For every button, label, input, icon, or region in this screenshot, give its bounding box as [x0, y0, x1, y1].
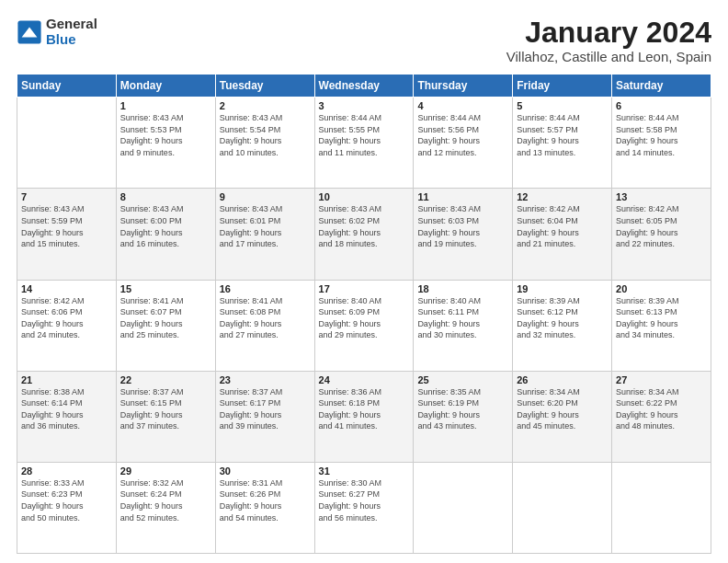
logo-general-text: General: [46, 17, 97, 32]
day-info: Sunrise: 8:30 AMSunset: 6:27 PMDaylight:…: [319, 477, 410, 523]
day-info: Sunrise: 8:31 AMSunset: 6:26 PMDaylight:…: [220, 477, 311, 523]
calendar-header: Sunday Monday Tuesday Wednesday Thursday…: [17, 75, 711, 98]
table-row: 27Sunrise: 8:34 AMSunset: 6:22 PMDayligh…: [612, 371, 711, 462]
day-info: Sunrise: 8:43 AMSunset: 6:03 PMDaylight:…: [417, 203, 508, 249]
table-row: 5Sunrise: 8:44 AMSunset: 5:57 PMDaylight…: [513, 98, 612, 189]
day-info: Sunrise: 8:44 AMSunset: 5:55 PMDaylight:…: [319, 112, 410, 158]
day-number: 28: [21, 465, 112, 477]
table-row: 14Sunrise: 8:42 AMSunset: 6:06 PMDayligh…: [17, 280, 117, 371]
day-info: Sunrise: 8:42 AMSunset: 6:05 PMDaylight:…: [616, 203, 707, 249]
day-info: Sunrise: 8:42 AMSunset: 6:04 PMDaylight:…: [517, 203, 608, 249]
calendar-title: January 2024: [506, 17, 711, 49]
day-info: Sunrise: 8:43 AMSunset: 5:59 PMDaylight:…: [21, 203, 112, 249]
table-row: 22Sunrise: 8:37 AMSunset: 6:15 PMDayligh…: [116, 371, 215, 462]
day-info: Sunrise: 8:44 AMSunset: 5:56 PMDaylight:…: [417, 112, 508, 158]
day-info: Sunrise: 8:40 AMSunset: 6:09 PMDaylight:…: [319, 295, 410, 341]
table-row: 24Sunrise: 8:36 AMSunset: 6:18 PMDayligh…: [314, 371, 414, 462]
logo-text: General Blue: [46, 17, 97, 47]
day-number: 26: [517, 374, 608, 385]
table-row: [612, 462, 711, 553]
page: General Blue January 2024 Villahoz, Cast…: [0, 0, 728, 563]
day-number: 13: [616, 191, 707, 202]
calendar-week-row: 7Sunrise: 8:43 AMSunset: 5:59 PMDaylight…: [17, 189, 711, 280]
day-info: Sunrise: 8:37 AMSunset: 6:15 PMDaylight:…: [120, 386, 211, 432]
table-row: 19Sunrise: 8:39 AMSunset: 6:12 PMDayligh…: [513, 280, 612, 371]
table-row: 25Sunrise: 8:35 AMSunset: 6:19 PMDayligh…: [414, 371, 513, 462]
day-number: 25: [417, 374, 508, 385]
table-row: 28Sunrise: 8:33 AMSunset: 6:23 PMDayligh…: [17, 462, 117, 553]
table-row: 6Sunrise: 8:44 AMSunset: 5:58 PMDaylight…: [612, 98, 711, 189]
calendar-body: 1Sunrise: 8:43 AMSunset: 5:53 PMDaylight…: [17, 98, 711, 554]
day-number: 29: [120, 465, 211, 477]
col-tuesday: Tuesday: [215, 75, 314, 98]
day-number: 7: [21, 191, 112, 202]
table-row: 15Sunrise: 8:41 AMSunset: 6:07 PMDayligh…: [116, 280, 215, 371]
day-number: 21: [21, 374, 112, 385]
day-number: 19: [517, 283, 608, 294]
day-number: 11: [417, 191, 508, 202]
day-number: 6: [616, 100, 707, 111]
day-info: Sunrise: 8:44 AMSunset: 5:58 PMDaylight:…: [616, 112, 707, 158]
col-saturday: Saturday: [612, 75, 711, 98]
table-row: [513, 462, 612, 553]
day-number: 27: [616, 374, 707, 385]
day-number: 3: [319, 100, 410, 111]
day-info: Sunrise: 8:39 AMSunset: 6:12 PMDaylight:…: [517, 295, 608, 341]
table-row: 4Sunrise: 8:44 AMSunset: 5:56 PMDaylight…: [414, 98, 513, 189]
table-row: [17, 98, 117, 189]
day-info: Sunrise: 8:43 AMSunset: 6:01 PMDaylight:…: [220, 203, 311, 249]
day-number: 2: [220, 100, 311, 111]
table-row: 1Sunrise: 8:43 AMSunset: 5:53 PMDaylight…: [116, 98, 215, 189]
logo-icon: [17, 19, 42, 45]
table-row: [414, 462, 513, 553]
table-row: 10Sunrise: 8:43 AMSunset: 6:02 PMDayligh…: [314, 189, 414, 280]
day-number: 16: [220, 283, 311, 294]
table-row: 17Sunrise: 8:40 AMSunset: 6:09 PMDayligh…: [314, 280, 414, 371]
header: General Blue January 2024 Villahoz, Cast…: [17, 17, 711, 64]
table-row: 7Sunrise: 8:43 AMSunset: 5:59 PMDaylight…: [17, 189, 117, 280]
day-info: Sunrise: 8:34 AMSunset: 6:22 PMDaylight:…: [616, 386, 707, 432]
logo: General Blue: [17, 17, 97, 47]
col-friday: Friday: [513, 75, 612, 98]
table-row: 29Sunrise: 8:32 AMSunset: 6:24 PMDayligh…: [116, 462, 215, 553]
day-info: Sunrise: 8:43 AMSunset: 5:54 PMDaylight:…: [220, 112, 311, 158]
day-info: Sunrise: 8:41 AMSunset: 6:07 PMDaylight:…: [120, 295, 211, 341]
calendar-week-row: 28Sunrise: 8:33 AMSunset: 6:23 PMDayligh…: [17, 462, 711, 553]
calendar-week-row: 14Sunrise: 8:42 AMSunset: 6:06 PMDayligh…: [17, 280, 711, 371]
day-number: 17: [319, 283, 410, 294]
table-row: 23Sunrise: 8:37 AMSunset: 6:17 PMDayligh…: [215, 371, 314, 462]
col-wednesday: Wednesday: [314, 75, 414, 98]
day-number: 23: [220, 374, 311, 385]
day-info: Sunrise: 8:34 AMSunset: 6:20 PMDaylight:…: [517, 386, 608, 432]
calendar-table: Sunday Monday Tuesday Wednesday Thursday…: [17, 74, 711, 554]
table-row: 12Sunrise: 8:42 AMSunset: 6:04 PMDayligh…: [513, 189, 612, 280]
table-row: 30Sunrise: 8:31 AMSunset: 6:26 PMDayligh…: [215, 462, 314, 553]
day-info: Sunrise: 8:41 AMSunset: 6:08 PMDaylight:…: [220, 295, 311, 341]
day-number: 18: [417, 283, 508, 294]
day-number: 20: [616, 283, 707, 294]
day-info: Sunrise: 8:44 AMSunset: 5:57 PMDaylight:…: [517, 112, 608, 158]
table-row: 9Sunrise: 8:43 AMSunset: 6:01 PMDaylight…: [215, 189, 314, 280]
col-monday: Monday: [116, 75, 215, 98]
table-row: 11Sunrise: 8:43 AMSunset: 6:03 PMDayligh…: [414, 189, 513, 280]
day-info: Sunrise: 8:36 AMSunset: 6:18 PMDaylight:…: [319, 386, 410, 432]
table-row: 26Sunrise: 8:34 AMSunset: 6:20 PMDayligh…: [513, 371, 612, 462]
day-number: 8: [120, 191, 211, 202]
day-info: Sunrise: 8:35 AMSunset: 6:19 PMDaylight:…: [417, 386, 508, 432]
calendar-week-row: 21Sunrise: 8:38 AMSunset: 6:14 PMDayligh…: [17, 371, 711, 462]
logo-blue-text: Blue: [46, 32, 97, 48]
table-row: 2Sunrise: 8:43 AMSunset: 5:54 PMDaylight…: [215, 98, 314, 189]
table-row: 21Sunrise: 8:38 AMSunset: 6:14 PMDayligh…: [17, 371, 117, 462]
day-number: 30: [220, 465, 311, 477]
table-row: 20Sunrise: 8:39 AMSunset: 6:13 PMDayligh…: [612, 280, 711, 371]
day-info: Sunrise: 8:42 AMSunset: 6:06 PMDaylight:…: [21, 295, 112, 341]
day-number: 24: [319, 374, 410, 385]
table-row: 18Sunrise: 8:40 AMSunset: 6:11 PMDayligh…: [414, 280, 513, 371]
table-row: 13Sunrise: 8:42 AMSunset: 6:05 PMDayligh…: [612, 189, 711, 280]
table-row: 3Sunrise: 8:44 AMSunset: 5:55 PMDaylight…: [314, 98, 414, 189]
title-block: January 2024 Villahoz, Castille and Leon…: [506, 17, 711, 64]
day-info: Sunrise: 8:33 AMSunset: 6:23 PMDaylight:…: [21, 477, 112, 523]
day-number: 1: [120, 100, 211, 111]
day-info: Sunrise: 8:32 AMSunset: 6:24 PMDaylight:…: [120, 477, 211, 523]
day-info: Sunrise: 8:43 AMSunset: 6:00 PMDaylight:…: [120, 203, 211, 249]
